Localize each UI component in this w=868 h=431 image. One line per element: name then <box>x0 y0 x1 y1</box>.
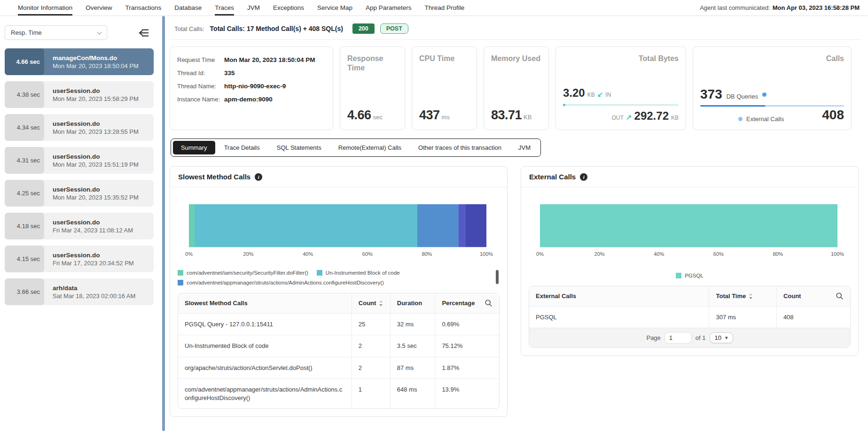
nav-tab[interactable]: Monitor Information <box>18 0 72 15</box>
detail-tab[interactable]: SQL Statements <box>269 141 329 154</box>
total-bytes-card: Total Bytes 3.20 KB ↙ IN OUT ↗ 292.72 KB <box>555 46 686 130</box>
bar-segment[interactable] <box>417 204 459 247</box>
nav-tabs: Monitor InformationOverviewTransactionsD… <box>18 0 464 15</box>
db-queries-value: 373 <box>700 87 722 102</box>
external-calls-chart: 0%20%40%60%80%100% <box>529 192 851 259</box>
sort-by-dropdown[interactable]: Resp. Time <box>5 25 107 40</box>
method-calls-table-row[interactable]: PGSQL Query - 127.0.0.1:15411 25 32 ms 0… <box>178 313 499 335</box>
axis-tick-label: 60% <box>362 251 373 257</box>
bytes-in-unit: KB <box>587 92 595 98</box>
sidebar-divider <box>158 16 169 431</box>
legend-label: com/adventnet/appmanager/struts/actions/… <box>187 280 384 285</box>
trace-list-item[interactable]: 4.31 sec userSession.do Mon Mar 20, 2023… <box>5 147 154 174</box>
percentage-cell: 1.87% <box>435 357 499 379</box>
trace-timestamp: Mon Mar 20, 2023 15:35:52 PM <box>53 194 154 201</box>
response-time-title: Response Time <box>347 54 398 73</box>
detail-tab[interactable]: Summary <box>173 141 215 154</box>
info-icon[interactable]: i <box>580 173 587 181</box>
pagination-bar: Page of 1 10 ▾ <box>529 328 850 347</box>
trace-name: arh/data <box>53 285 154 292</box>
column-header-count[interactable]: Count <box>352 293 390 313</box>
axis-tick-label: 80% <box>773 251 783 257</box>
request-info-row: Request Time Mon Mar 20, 2023 18:50:04 P… <box>177 56 326 64</box>
info-icon[interactable]: i <box>255 173 262 181</box>
duration-cell: 87 ms <box>390 357 435 379</box>
method-calls-table-header: Slowest Method Calls Count Duration Perc… <box>178 293 499 313</box>
detail-tab[interactable]: Remote(External) Calls <box>330 141 409 154</box>
percentage-cell: 75.12% <box>435 335 499 357</box>
trace-list-item[interactable]: 4.25 sec userSession.do Mon Mar 20, 2023… <box>5 180 154 207</box>
page-label: Page <box>646 334 660 341</box>
bar-segment[interactable] <box>459 204 466 247</box>
bytes-in-label: IN <box>605 92 611 98</box>
page-size-select[interactable]: 10 ▾ <box>710 332 733 343</box>
agent-last-communicated: Agent last communicated: Mon Apr 03, 202… <box>700 0 860 15</box>
request-info-row: Thread Name: http-nio-9090-exec-9 <box>177 83 326 91</box>
legend-item: com/adventnet/appmanager/struts/actions/… <box>178 280 384 285</box>
arrow-out-icon: ↗ <box>626 114 632 121</box>
request-info-row: Instance Name: apm-demo:9090 <box>177 96 326 104</box>
bar-segment[interactable] <box>195 204 417 247</box>
column-header-total-time[interactable]: Total Time <box>709 286 776 306</box>
trace-list-item[interactable]: 4.15 sec userSession.do Fri Mar 17, 2023… <box>5 246 154 272</box>
count-cell: 2 <box>352 357 390 379</box>
bytes-in-value: 3.20 <box>563 86 585 100</box>
nav-tab[interactable]: Overview <box>86 0 112 15</box>
slowest-method-calls-title: Slowest Method Calls <box>178 173 250 181</box>
sidebar-scrollbar[interactable] <box>162 16 165 431</box>
trace-response-time: 4.15 sec <box>5 246 44 272</box>
nav-tab[interactable]: JVM <box>247 0 260 15</box>
detail-tab[interactable]: JVM <box>510 141 539 154</box>
detail-tab[interactable]: Trace Details <box>216 141 268 154</box>
bar-segment[interactable] <box>189 204 195 247</box>
trace-list-item[interactable]: 4.66 sec manageConfMons.do Mon Mar 20, 2… <box>5 48 154 75</box>
page-size-value: 10 <box>715 334 721 341</box>
search-icon[interactable] <box>485 299 493 307</box>
trace-list-item[interactable]: 4.34 sec userSession.do Mon Mar 20, 2023… <box>5 114 154 141</box>
method-calls-table-row[interactable]: Un-Instrumented Block of code 2 3.5 sec … <box>178 335 499 357</box>
legend-scrollbar[interactable] <box>496 270 499 284</box>
db-queries-dot-icon <box>762 92 766 97</box>
nav-tab[interactable]: Database <box>174 0 202 15</box>
total-time-cell: 307 ms <box>709 306 776 328</box>
method-calls-table-row[interactable]: com/adventnet/appmanager/struts/actions/… <box>178 378 499 408</box>
trace-timestamp: Mon Mar 20, 2023 15:51:19 PM <box>53 161 154 168</box>
calls-divider <box>700 105 844 107</box>
search-icon[interactable] <box>836 292 844 300</box>
method-calls-table: Slowest Method Calls Count Duration Perc… <box>178 293 500 409</box>
request-info-label: Request Time <box>177 56 224 64</box>
trace-timestamp: Mon Mar 20, 2023 18:50:04 PM <box>53 62 154 69</box>
nav-tab[interactable]: Transactions <box>125 0 162 15</box>
nav-tab[interactable]: Thread Profile <box>425 0 465 15</box>
axis-tick-label: 100% <box>480 251 493 257</box>
external-call-name-cell: PGSQL <box>529 306 709 328</box>
bar-segment[interactable] <box>466 204 486 247</box>
count-cell: 25 <box>352 313 390 335</box>
request-info-value: Mon Mar 20, 2023 18:50:04 PM <box>224 56 315 64</box>
bytes-out-row: OUT ↗ 292.72 KB <box>563 109 679 123</box>
bar-segment[interactable] <box>540 204 837 247</box>
count-cell: 408 <box>776 306 850 328</box>
page-number-input[interactable] <box>665 332 692 344</box>
memory-used-value: 83.71 <box>491 108 522 123</box>
trace-list-item[interactable]: 3.66 sec arh/data Sat Mar 18, 2023 02:00… <box>5 278 154 305</box>
bytes-in-row: 3.20 KB ↙ IN <box>563 86 679 100</box>
nav-tab[interactable]: Service Map <box>317 0 352 15</box>
calls-title: Calls <box>700 54 844 63</box>
trace-name: userSession.do <box>53 87 154 94</box>
request-info-label: Thread Name: <box>177 83 224 91</box>
trace-list-item[interactable]: 4.38 sec userSession.do Mon Mar 20, 2023… <box>5 81 154 108</box>
response-time-unit: sec <box>373 114 383 121</box>
method-name-cell: org/apache/struts/action/ActionServlet.d… <box>178 357 352 379</box>
collapse-sidebar-icon[interactable] <box>138 28 149 38</box>
external-calls-table-row[interactable]: PGSQL 307 ms 408 <box>529 306 850 328</box>
nav-tab[interactable]: App Parameters <box>366 0 412 15</box>
nav-tab[interactable]: Traces <box>215 0 234 15</box>
detail-tab[interactable]: Other traces of this transaction <box>410 141 509 154</box>
trace-list-item[interactable]: 4.18 sec userSession.do Fri Mar 24, 2023… <box>5 213 154 239</box>
axis-tick-label: 0% <box>185 251 193 257</box>
column-header-count: Count <box>776 286 850 306</box>
method-calls-table-row[interactable]: org/apache/struts/action/ActionServlet.d… <box>178 357 499 379</box>
external-calls-row: External Calls 408 <box>700 108 844 123</box>
nav-tab[interactable]: Exceptions <box>273 0 304 15</box>
